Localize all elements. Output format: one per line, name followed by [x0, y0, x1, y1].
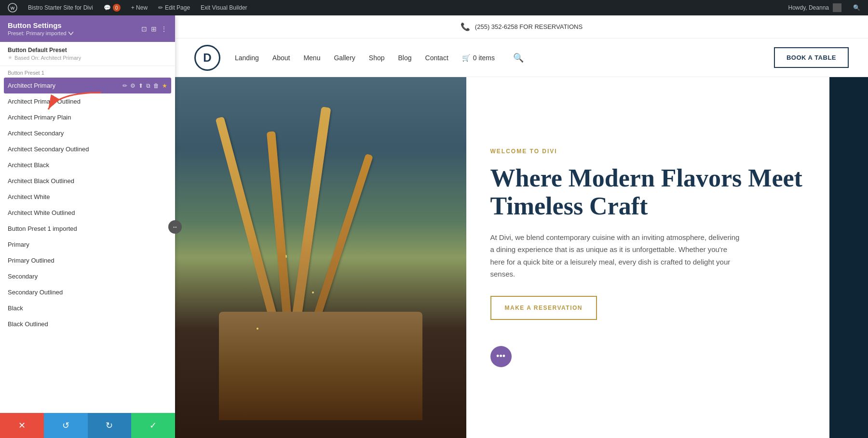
- preset-item-label-architect-secondary-outlined: Architect Secondary Outlined: [8, 146, 167, 153]
- main-layout: Button Settings Preset: Primary imported…: [0, 15, 868, 438]
- wp-logo-link[interactable]: W: [4, 0, 21, 15]
- nav-link-landing[interactable]: Landing: [235, 54, 259, 62]
- comments-count: 0: [113, 4, 121, 12]
- svg-text:W: W: [11, 6, 15, 11]
- preset-item-label-architect-primary: Architect Primary: [8, 82, 122, 89]
- undo-button[interactable]: ↺: [44, 413, 88, 438]
- exit-builder-label: Exit Visual Builder: [201, 4, 247, 11]
- nav-link-gallery[interactable]: Gallery: [334, 54, 355, 62]
- hero-eyebrow: WELCOME TO DIVI: [490, 148, 805, 155]
- redo-icon: ↻: [106, 420, 113, 431]
- preset-list: Architect Primary✏⚙⬆⧉🗑★Architect Primary…: [0, 78, 175, 332]
- preset-item-label-black: Black: [8, 305, 167, 312]
- preset-item-architect-primary-plain[interactable]: Architect Primary Plain: [0, 109, 175, 125]
- website-preview: 📞 (255) 352-6258 FOR RESERVATIONS D Land…: [175, 15, 868, 438]
- preset-item-architect-white-outlined[interactable]: Architect White Outlined: [0, 205, 175, 221]
- preset-item-label-primary: Primary: [8, 241, 167, 248]
- book-table-button[interactable]: BOOK A TABLE: [774, 47, 849, 68]
- nav-link-about[interactable]: About: [272, 54, 290, 62]
- upload-icon[interactable]: ⬆: [138, 82, 143, 89]
- default-preset-section: Button Default Preset ★ Based On: Archit…: [0, 42, 175, 66]
- preset-section-label: Button Preset 1: [0, 66, 175, 78]
- duplicate-icon[interactable]: ⧉: [146, 82, 150, 89]
- preset-item-label-secondary-outlined: Secondary Outlined: [8, 289, 167, 296]
- site-top-bar: 📞 (255) 352-6258 FOR RESERVATIONS: [175, 15, 868, 39]
- layout-icon[interactable]: ⊞: [151, 25, 157, 33]
- cart-count: 0 items: [473, 54, 495, 62]
- reservation-button[interactable]: MAKE A RESERVATION: [490, 296, 597, 320]
- hero-text: At Divi, we blend contemporary cuisine w…: [490, 231, 741, 280]
- preset-item-label-primary-outlined: Primary Outlined: [8, 257, 167, 264]
- preset-item-label-secondary: Secondary: [8, 273, 167, 280]
- exit-builder-link[interactable]: Exit Visual Builder: [197, 0, 251, 15]
- button-settings-panel: Button Settings Preset: Primary imported…: [0, 15, 175, 438]
- panel-footer: ✕ ↺ ↻ ✓: [0, 413, 175, 438]
- preset-item-architect-black[interactable]: Architect Black: [0, 157, 175, 173]
- panel-subtitle[interactable]: Preset: Primary imported: [8, 30, 73, 36]
- nav-cart[interactable]: 🛒 0 items: [462, 54, 495, 62]
- preset-item-architect-primary-outlined[interactable]: Architect Primary Outlined: [0, 93, 175, 109]
- hero-heading: Where Modern Flavors Meet Timeless Craft: [490, 164, 805, 219]
- search-icon[interactable]: 🔍: [513, 53, 524, 63]
- site-logo[interactable]: D: [194, 45, 220, 71]
- preset-item-architect-black-outlined[interactable]: Architect Black Outlined: [0, 173, 175, 189]
- new-content-link[interactable]: + New: [127, 0, 151, 15]
- search-icon: 🔍: [853, 4, 860, 11]
- nav-links: Landing About Menu Gallery Shop Blog Con…: [235, 53, 760, 63]
- more-options-icon[interactable]: ⋮: [161, 25, 167, 33]
- preset-item-black-outlined[interactable]: Black Outlined: [0, 316, 175, 332]
- redo-button[interactable]: ↻: [88, 413, 132, 438]
- howdy-link[interactable]: Howdy, Deanna: [785, 0, 846, 15]
- site-name-link[interactable]: Bistro Starter Site for Divi: [24, 0, 97, 15]
- cart-icon: 🛒: [462, 54, 470, 62]
- chevron-down-icon: [68, 31, 73, 36]
- save-icon: ✓: [149, 420, 157, 431]
- admin-bar: W Bistro Starter Site for Divi 💬 0 + New…: [0, 0, 868, 15]
- nav-link-menu[interactable]: Menu: [303, 54, 320, 62]
- preset-item-label-architect-white-outlined: Architect White Outlined: [8, 209, 167, 216]
- panel-title: Button Settings: [8, 21, 73, 29]
- preset-active-icons: ✏⚙⬆⧉🗑★: [122, 82, 167, 89]
- hero-content: WELCOME TO DIVI Where Modern Flavors Mee…: [466, 77, 829, 438]
- delete-icon[interactable]: 🗑: [153, 82, 159, 89]
- panel-header: Button Settings Preset: Primary imported…: [0, 15, 175, 42]
- site-nav: D Landing About Menu Gallery Shop Blog C…: [175, 39, 868, 77]
- responsive-icon[interactable]: ⊡: [141, 25, 147, 33]
- based-on-text: Based On: Architect Primary: [14, 55, 81, 61]
- settings-icon[interactable]: ⚙: [130, 82, 136, 89]
- hero-image-placeholder: [175, 77, 466, 438]
- preset-item-label-button-preset-1-imported: Button Preset 1 imported: [8, 225, 167, 232]
- preset-item-button-preset-1-imported[interactable]: Button Preset 1 imported: [0, 221, 175, 237]
- nav-link-blog[interactable]: Blog: [398, 54, 412, 62]
- cancel-button[interactable]: ✕: [0, 413, 44, 438]
- pencil-icon: ✏: [158, 4, 163, 11]
- preset-item-architect-secondary[interactable]: Architect Secondary: [0, 125, 175, 141]
- star-icon: ★: [8, 54, 13, 61]
- preset-item-architect-white[interactable]: Architect White: [0, 189, 175, 205]
- preset-item-architect-primary[interactable]: Architect Primary✏⚙⬆⧉🗑★: [4, 78, 171, 93]
- star-icon[interactable]: ★: [162, 82, 167, 89]
- comments-link[interactable]: 💬 0: [100, 0, 124, 15]
- resize-handle[interactable]: ↔: [168, 220, 182, 234]
- preset-item-architect-secondary-outlined[interactable]: Architect Secondary Outlined: [0, 141, 175, 157]
- more-options-button[interactable]: •••: [490, 346, 512, 367]
- preset-item-secondary[interactable]: Secondary: [0, 268, 175, 284]
- phone-icon: 📞: [461, 22, 470, 31]
- default-preset-subtitle: ★ Based On: Architect Primary: [8, 54, 167, 61]
- preset-item-label-architect-white: Architect White: [8, 193, 167, 200]
- panel-content: Button Default Preset ★ Based On: Archit…: [0, 42, 175, 413]
- preset-subtitle-text: Preset: Primary imported: [8, 30, 67, 36]
- edit-icon[interactable]: ✏: [122, 82, 127, 89]
- site-name-label: Bistro Starter Site for Divi: [28, 4, 93, 11]
- edit-page-link[interactable]: ✏ Edit Page: [154, 0, 194, 15]
- preset-item-secondary-outlined[interactable]: Secondary Outlined: [0, 284, 175, 300]
- preset-item-primary-outlined[interactable]: Primary Outlined: [0, 252, 175, 268]
- preset-item-label-black-outlined: Black Outlined: [8, 320, 167, 328]
- search-link[interactable]: 🔍: [849, 0, 864, 15]
- nav-link-contact[interactable]: Contact: [425, 54, 448, 62]
- nav-link-shop[interactable]: Shop: [369, 54, 385, 62]
- preset-item-primary[interactable]: Primary: [0, 237, 175, 252]
- wp-logo-icon: W: [8, 3, 17, 13]
- save-button[interactable]: ✓: [131, 413, 175, 438]
- preset-item-black[interactable]: Black: [0, 300, 175, 316]
